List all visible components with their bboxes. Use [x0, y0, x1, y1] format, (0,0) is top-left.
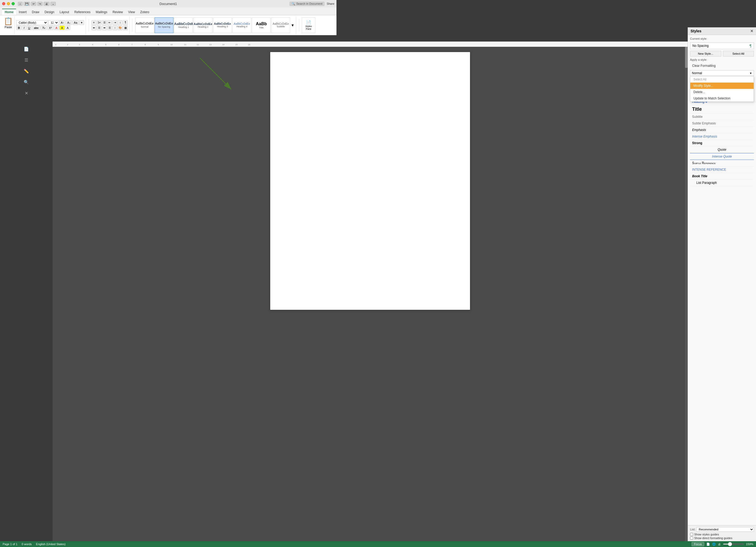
ribbon-styles-group: AaBbCcDdEe Normal AaBbCcDdEe No Spacing … — [135, 16, 296, 34]
shrink-font-btn[interactable]: A↓ — [66, 20, 72, 25]
ribbon-style-normal[interactable]: AaBbCcDdEe Normal — [135, 17, 154, 33]
ribbon-style-title[interactable]: AaBb Title — [252, 17, 271, 33]
maximize-button[interactable] — [12, 2, 15, 5]
font-size-select[interactable]: 12 — [48, 20, 59, 25]
h2-preview-label: Heading 2 — [198, 25, 208, 28]
tab-zotero[interactable]: Zotero — [137, 9, 152, 15]
tab-draw[interactable]: Draw — [29, 9, 42, 15]
title-preview-label: Title — [259, 26, 264, 29]
strikethrough-btn[interactable]: abc — [32, 25, 40, 30]
redo-btn[interactable]: ↪ — [37, 2, 43, 6]
tab-home[interactable]: Home — [2, 9, 16, 15]
paragraph-group: ≡ 1≡ ☰ ⇤ ⇥ ↕ ¶ ⬅ ☰ ➡ ☰ ↕ 🎨 ▦ — [91, 16, 130, 34]
undo-btn[interactable]: ↩ — [31, 2, 36, 6]
show-marks-btn[interactable]: ¶ — [123, 20, 128, 25]
svg-text:7: 7 — [131, 43, 133, 46]
save-btn[interactable]: 💾 — [24, 2, 30, 6]
ribbon-style-h3[interactable]: AaBbCcDdEe Heading 3 — [213, 17, 232, 33]
sort-btn[interactable]: ↕ — [118, 20, 122, 25]
close-button[interactable] — [2, 2, 5, 5]
svg-text:15: 15 — [235, 43, 238, 46]
styles-pane-btn-label: StylesPane — [305, 25, 312, 30]
ribbon-style-h4[interactable]: AaBbCcDdEe Heading 4 — [232, 17, 251, 33]
normal-preview-label: Normal — [141, 25, 149, 28]
more-btn[interactable]: ⌄ — [50, 2, 56, 6]
paste-button[interactable]: 📋 Paste — [4, 17, 13, 29]
ruler-svg: 1 2 3 4 5 6 7 8 9 10 11 12 13 14 15 16 — [53, 42, 336, 47]
no-spacing-preview-text: AaBbCcDdEe — [155, 22, 173, 25]
clear-fmt-btn[interactable]: ✦ — [79, 20, 84, 25]
list-buttons: ≡ 1≡ ☰ ⇤ ⇥ ↕ ¶ — [91, 20, 128, 25]
multilevel-btn[interactable]: ☰ — [102, 20, 107, 25]
styles-expand[interactable]: ▼ — [291, 23, 294, 27]
ribbon-style-subtitle[interactable]: AaBbCcDdEe Subtitle — [271, 17, 290, 33]
align-center-btn[interactable]: ☰ — [97, 25, 101, 30]
justify-btn[interactable]: ☰ — [107, 25, 112, 30]
home-btn[interactable]: ⌂ — [18, 2, 23, 6]
styles-pane-toggle-btn[interactable]: 📄 StylesPane — [302, 17, 315, 33]
svg-text:3: 3 — [79, 43, 80, 46]
tab-references[interactable]: References — [72, 9, 93, 15]
sidebar-search-icon[interactable]: 🔍 — [22, 77, 31, 87]
document-page[interactable] — [270, 52, 336, 242]
tab-design[interactable]: Design — [42, 9, 57, 15]
svg-text:6: 6 — [118, 43, 120, 46]
ribbon: 📋 Paste Calibri (Body) 12 A↑ A↓ Aa ✦ B I… — [0, 15, 336, 35]
h3-preview-label: Heading 3 — [217, 25, 228, 28]
paste-group: 📋 Paste — [2, 16, 15, 34]
font-group: Calibri (Body) 12 A↑ A↓ Aa ✦ B I U abc X… — [16, 16, 86, 34]
subscript-btn[interactable]: X₂ — [41, 25, 47, 30]
share-button[interactable]: Share — [327, 2, 334, 5]
window-title: Document1 — [160, 2, 177, 6]
tab-layout[interactable]: Layout — [57, 9, 72, 15]
sidebar-list-icon[interactable]: ☰ — [22, 55, 31, 65]
tab-insert[interactable]: Insert — [16, 9, 29, 15]
font-color-btn[interactable]: A — [54, 25, 59, 30]
ribbon-style-h1[interactable]: AaBbCcDdI Heading 1 — [174, 17, 193, 33]
print-btn[interactable]: 🖨 — [44, 2, 49, 6]
sidebar-doc-icon[interactable]: 📄 — [22, 44, 31, 54]
tab-review[interactable]: Review — [110, 9, 125, 15]
h4-preview-text: AaBbCcDdEe — [234, 22, 250, 25]
align-buttons: ⬅ ☰ ➡ ☰ ↕ 🎨 ▦ — [91, 25, 128, 30]
ribbon-style-h2[interactable]: AaBbCcDdEe Heading 2 — [193, 17, 212, 33]
align-right-btn[interactable]: ➡ — [102, 25, 107, 30]
tab-mailings[interactable]: Mailings — [93, 9, 110, 15]
grow-font-btn[interactable]: A↑ — [59, 20, 65, 25]
numbering-btn[interactable]: 1≡ — [97, 20, 101, 25]
change-case-btn[interactable]: Aa — [73, 20, 79, 25]
search-box[interactable]: 🔍 Search in Document — [289, 2, 325, 6]
font-row-1: Calibri (Body) 12 A↑ A↓ Aa ✦ — [16, 20, 84, 25]
svg-text:8: 8 — [145, 43, 146, 46]
h2-preview-text: AaBbCcDdEe — [194, 22, 212, 25]
line-spacing-btn[interactable]: ↕ — [113, 25, 117, 30]
decrease-indent-btn[interactable]: ⇤ — [107, 20, 112, 25]
no-spacing-preview-label: No Spacing — [158, 25, 170, 28]
main-area — [53, 47, 336, 242]
shading-btn[interactable]: 🎨 — [118, 25, 122, 30]
svg-text:4: 4 — [92, 43, 93, 46]
italic-btn[interactable]: I — [22, 25, 26, 30]
tab-view[interactable]: View — [126, 9, 138, 15]
align-left-btn[interactable]: ⬅ — [91, 25, 96, 30]
superscript-btn[interactable]: X² — [47, 25, 53, 30]
sidebar-edit-icon[interactable]: ✏️ — [22, 66, 31, 76]
font-select[interactable]: Calibri (Body) — [16, 20, 48, 25]
increase-indent-btn[interactable]: ⇥ — [113, 20, 117, 25]
underline-btn[interactable]: U — [27, 25, 32, 30]
bullets-btn[interactable]: ≡ — [91, 20, 96, 25]
window-controls: ⌂ 💾 ↩ ↪ 🖨 ⌄ — [18, 2, 56, 6]
left-sidebar: 📄 ☰ ✏️ 🔍 ✕ — [0, 42, 53, 242]
sidebar-close-icon[interactable]: ✕ — [22, 88, 31, 98]
svg-text:1: 1 — [55, 43, 57, 46]
svg-text:2: 2 — [67, 43, 68, 46]
h4-preview-label: Heading 4 — [237, 25, 247, 28]
minimize-button[interactable] — [7, 2, 10, 5]
highlight-btn[interactable]: A — [59, 25, 64, 30]
bold-btn[interactable]: B — [16, 25, 22, 30]
borders-btn[interactable]: ▦ — [123, 25, 128, 30]
ribbon-style-no-spacing[interactable]: AaBbCcDdEe No Spacing — [155, 17, 173, 33]
search-placeholder: Search in Document — [296, 2, 323, 5]
text-color-btn[interactable]: A — [65, 25, 70, 30]
svg-text:12: 12 — [197, 43, 199, 46]
